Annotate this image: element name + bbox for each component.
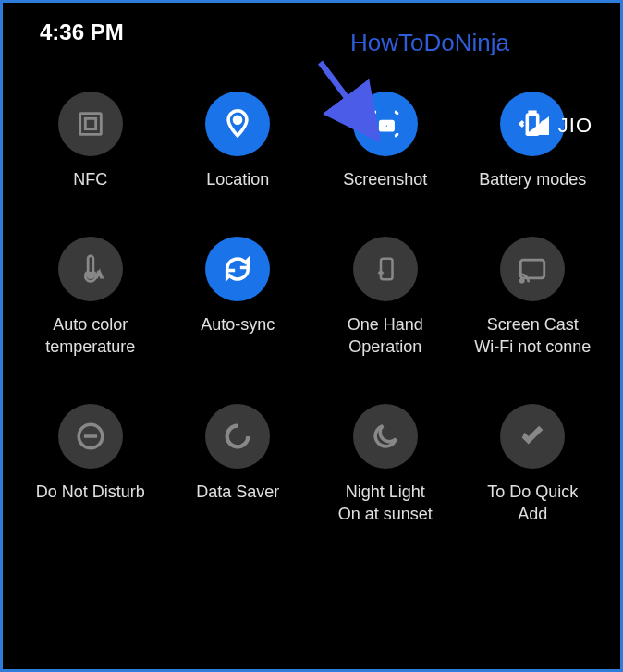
- screenshot-icon: [370, 108, 401, 140]
- nightlight-icon: [370, 421, 401, 452]
- tile-circle: [205, 404, 270, 469]
- tile-label: Auto color temperature: [45, 314, 135, 358]
- todo-icon: [517, 421, 548, 452]
- nfc-icon: [75, 108, 106, 140]
- tile-auto-color-temp[interactable]: A Auto color temperature: [21, 237, 160, 358]
- tile-circle: [353, 237, 418, 301]
- watermark-text: HowToDoNinja: [350, 29, 509, 57]
- tile-label: One Hand Operation: [348, 314, 423, 358]
- status-bar: 4:36 PM: [3, 3, 620, 55]
- svg-rect-11: [381, 259, 393, 280]
- tile-label: Battery modes: [479, 169, 586, 190]
- tile-night-light[interactable]: Night Light On at sunset: [316, 404, 455, 525]
- tile-nfc[interactable]: NFC: [21, 92, 160, 190]
- tile-screen-cast[interactable]: Screen Cast Wi-Fi not conne: [464, 237, 603, 358]
- dnd-icon: [75, 421, 106, 452]
- tile-label: Data Saver: [196, 482, 279, 503]
- tile-label: To Do Quick Add: [487, 482, 578, 525]
- tile-circle: [205, 92, 270, 156]
- tile-screenshot[interactable]: Screenshot: [316, 92, 455, 190]
- signal-icon: [525, 116, 549, 135]
- tile-location[interactable]: Location: [169, 92, 308, 190]
- thermometer-icon: A: [75, 253, 106, 285]
- tile-circle: [353, 404, 418, 469]
- tile-label: Auto-sync: [201, 314, 275, 336]
- tile-battery-modes[interactable]: Battery modes: [464, 92, 603, 190]
- tile-label: Location: [206, 169, 269, 190]
- datasaver-icon: [222, 421, 253, 452]
- tile-label: Do Not Disturb: [36, 482, 145, 503]
- tile-circle: [500, 404, 565, 469]
- status-right: JIO: [525, 114, 592, 138]
- tile-todo-quick-add[interactable]: To Do Quick Add: [464, 404, 603, 525]
- svg-text:A: A: [95, 269, 102, 279]
- svg-rect-2: [79, 114, 101, 135]
- onehand-icon: [372, 255, 399, 283]
- svg-point-9: [88, 274, 93, 279]
- tile-label: Screenshot: [343, 169, 427, 190]
- tile-one-hand[interactable]: One Hand Operation: [316, 237, 455, 358]
- tile-label: Screen Cast Wi-Fi not conne: [474, 314, 591, 358]
- tile-label: Night Light On at sunset: [338, 482, 433, 525]
- tile-circle: [205, 237, 270, 301]
- tile-label: NFC: [73, 169, 107, 190]
- location-icon: [222, 108, 253, 140]
- tile-circle: [58, 92, 123, 156]
- tile-circle: A: [58, 237, 123, 301]
- sync-icon: [222, 253, 253, 285]
- svg-point-6: [385, 124, 388, 128]
- svg-point-16: [227, 426, 249, 447]
- svg-point-4: [235, 116, 241, 123]
- cast-icon: [517, 253, 548, 285]
- svg-point-13: [521, 280, 524, 283]
- tile-data-saver[interactable]: Data Saver: [169, 404, 308, 525]
- tile-circle: [353, 92, 418, 156]
- tile-dnd[interactable]: Do Not Disturb: [21, 404, 160, 525]
- tile-circle: [500, 237, 565, 301]
- carrier-label: JIO: [558, 114, 592, 138]
- status-time: 4:36 PM: [40, 19, 124, 45]
- tile-auto-sync[interactable]: Auto-sync: [169, 237, 308, 358]
- svg-rect-3: [85, 118, 95, 128]
- tile-circle: [58, 404, 123, 469]
